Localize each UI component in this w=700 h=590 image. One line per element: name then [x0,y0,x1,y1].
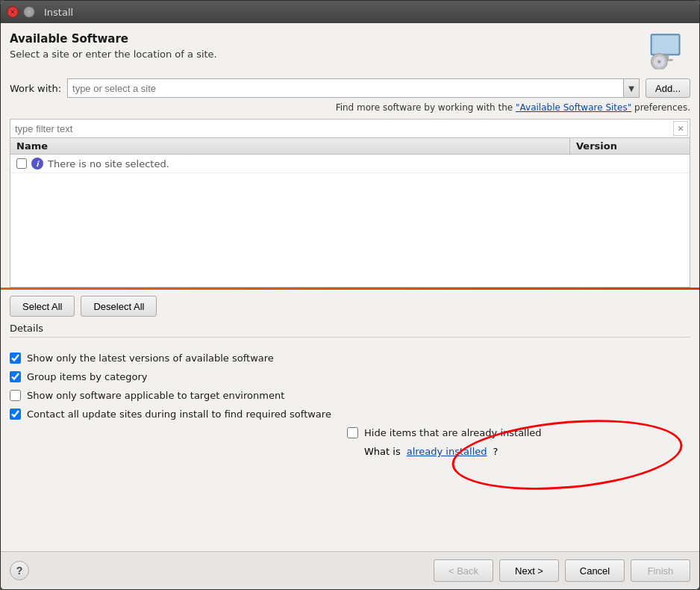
cancel-button[interactable]: Cancel [565,559,625,582]
group-by-category-checkbox[interactable] [10,371,21,382]
bottom-left: ? [10,561,29,580]
page-subtitle: Select a site or enter the location of a… [10,49,217,60]
show-applicable-checkbox[interactable] [10,390,21,401]
options-left: Show only the latest versions of availab… [10,353,353,427]
already-installed-link[interactable]: already installed [407,446,487,457]
details-separator [10,337,690,338]
group-by-category-option: Group items by category [10,371,353,382]
bottom-right: < Back Next > Cancel Finish [434,559,690,582]
work-with-label: Work with: [10,83,61,94]
no-site-text: There is no site selected. [48,158,684,170]
what-is-installed-row: What is already installed ? [347,446,690,457]
show-latest-label: Show only the latest versions of availab… [27,353,274,364]
hide-installed-option: Hide items that are already installed [347,427,690,438]
options-right: Hide items that are already installed Wh… [347,427,690,465]
show-applicable-option: Show only software applicable to target … [10,390,353,401]
svg-rect-1 [652,36,678,54]
close-button[interactable]: ✕ [7,6,19,18]
select-all-button[interactable]: Select All [10,296,75,317]
finish-button[interactable]: Finish [631,559,690,582]
filter-clear-button[interactable]: ✕ [673,121,688,136]
show-latest-checkbox[interactable] [10,353,21,364]
what-is-installed-suffix: ? [493,446,499,457]
deselect-all-button[interactable]: Deselect All [81,296,157,317]
site-dropdown-button[interactable]: ▼ [623,78,640,98]
group-by-category-label: Group items by category [27,371,148,382]
filter-bar: ✕ [10,119,690,138]
find-more-suffix: preferences. [631,102,690,113]
titlebar: ✕ Install [1,1,699,23]
options-area: Show only the latest versions of availab… [10,345,690,472]
window-title: Install [44,7,73,18]
computer-cd-icon [646,32,687,69]
available-software-sites-link[interactable]: "Available Software Sites" [516,102,631,113]
page-title: Available Software [10,32,217,46]
info-icon: i [31,158,43,170]
contact-update-sites-label: Contact all update sites during install … [27,409,331,420]
main-content: Available Software Select a site or ente… [1,23,699,551]
software-table: Name Version i There is no site selected… [10,138,690,288]
bottom-bar: ? < Back Next > Cancel Finish [1,551,699,589]
minimize-button[interactable] [23,6,35,18]
work-with-row: Work with: ▼ Add... [10,78,690,98]
find-more-row: Find more software by working with the "… [10,102,690,113]
back-button[interactable]: < Back [434,559,493,582]
hide-installed-checkbox[interactable] [347,427,358,438]
site-input[interactable] [67,78,623,98]
contact-update-sites-option: Contact all update sites during install … [10,409,353,420]
header-text: Available Software Select a site or ente… [10,32,217,60]
find-more-text: Find more software by working with the [336,102,516,113]
header-icon [646,32,690,69]
show-latest-option: Show only the latest versions of availab… [10,353,353,364]
install-window: ✕ Install Available Software Select a si… [0,0,700,590]
hide-installed-label: Hide items that are already installed [364,427,542,438]
name-column-header: Name [10,138,570,154]
version-column-header: Version [570,138,690,154]
contact-update-sites-checkbox[interactable] [10,409,21,420]
help-button[interactable]: ? [10,561,29,580]
filter-input[interactable] [10,122,673,136]
add-button[interactable]: Add... [646,78,690,98]
table-row: i There is no site selected. [10,155,690,173]
next-button[interactable]: Next > [499,559,559,582]
svg-point-7 [658,60,660,63]
show-applicable-label: Show only software applicable to target … [27,390,284,401]
row-checkbox[interactable] [16,158,27,169]
select-buttons-row: Select All Deselect All [10,290,690,323]
site-input-wrapper: ▼ [67,78,640,98]
header-section: Available Software Select a site or ente… [10,32,690,69]
table-header: Name Version [10,138,690,155]
details-label: Details [10,323,690,334]
what-is-installed-prefix: What is [364,446,401,457]
